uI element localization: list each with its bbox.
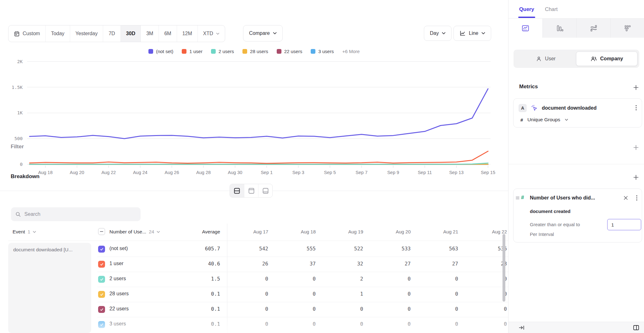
check-icon [100, 308, 104, 312]
charttype-tab-flow[interactable] [576, 19, 610, 38]
charttype-tab-more[interactable] [610, 19, 644, 38]
search-input[interactable] [25, 211, 136, 217]
average-column-header: Average [176, 229, 220, 235]
metrics-section-title: Metrics [519, 84, 538, 90]
range-label: XTD [203, 31, 213, 36]
times-input[interactable] [607, 219, 641, 230]
series-label: 28 users [109, 291, 129, 297]
series-checkbox[interactable] [98, 291, 105, 298]
check-icon [100, 323, 104, 327]
chart-type-dropdown[interactable]: Line [453, 26, 491, 41]
svg-text:Aug 22: Aug 22 [101, 170, 116, 175]
plus-icon [633, 175, 639, 180]
legend-item-0[interactable]: (not set) [148, 49, 173, 54]
data-value: 0 [463, 306, 507, 312]
data-value: 37 [272, 261, 316, 267]
collapse-sidebar-icon[interactable] [519, 325, 525, 331]
analytics-dashboard: CustomTodayYesterday7D30D3M6M12MXTD Comp… [0, 0, 644, 333]
metric-card[interactable]: A document downloaded # Unique Groups [513, 98, 642, 128]
table-row: 3 users0.1000000 [0, 317, 508, 332]
average-value: 40.6 [176, 261, 220, 267]
flow-chart-tab-icon [590, 24, 598, 32]
range-custom[interactable]: Custom [8, 25, 45, 42]
chart-legend: (not set)1 user2 users28 users22 users3 … [0, 47, 508, 55]
legend-item-1[interactable]: 1 user [182, 49, 203, 54]
series-checkbox[interactable] [98, 321, 105, 328]
table-row: 22 users0.1000000 [0, 302, 508, 317]
range-label: 7D [108, 31, 115, 36]
range-today[interactable]: Today [45, 25, 70, 42]
range-yesterday[interactable]: Yesterday [70, 25, 103, 42]
data-value: 2 [319, 276, 363, 282]
user-icon [536, 56, 542, 62]
breakdown-event: document created [530, 209, 570, 214]
legend-label: 22 users [284, 49, 303, 54]
series-checkbox[interactable] [98, 261, 105, 268]
series-checkbox[interactable] [98, 306, 105, 313]
close-icon[interactable] [624, 196, 628, 200]
measure-dropdown[interactable]: # Unique Groups [520, 117, 568, 123]
data-value: 542 [224, 246, 268, 252]
series-label: (not set) [109, 246, 128, 251]
range-12m[interactable]: 12M [177, 25, 197, 42]
interval-dropdown[interactable]: Day [424, 26, 452, 41]
range-30d[interactable]: 30D [120, 25, 141, 42]
svg-text:Sep 7: Sep 7 [356, 170, 368, 175]
check-icon [100, 277, 104, 281]
series-label: 1 user [109, 261, 123, 266]
date-column-header: Aug 18 [272, 229, 316, 234]
compare-label: Compare [249, 30, 270, 36]
series-checkbox[interactable] [98, 276, 105, 283]
compare-button[interactable]: Compare [243, 25, 283, 41]
split-view-icon[interactable] [633, 324, 640, 331]
numeric-property-icon: # [521, 194, 524, 201]
tab-chart[interactable]: Chart [545, 6, 558, 12]
layout-split-button[interactable] [230, 184, 244, 197]
kebab-menu-icon[interactable] [636, 105, 637, 111]
breakdown-add-button[interactable] [632, 173, 640, 181]
legend-item-3[interactable]: 28 users [242, 49, 268, 54]
range-label: 6M [164, 31, 171, 36]
kebab-menu-icon[interactable] [636, 195, 637, 201]
data-value: 0 [463, 321, 507, 327]
data-value: 0 [319, 321, 363, 327]
legend-label: 28 users [250, 49, 268, 54]
charttype-tab-bar[interactable] [542, 19, 576, 38]
data-value: 0 [224, 321, 268, 327]
calendar-icon [14, 31, 20, 37]
charttype-tab-line[interactable] [508, 19, 542, 38]
split-rows-icon [234, 188, 240, 194]
legend-swatch [148, 49, 153, 54]
entity-toggle-company[interactable]: Company [576, 52, 637, 66]
svg-text:Sep 13: Sep 13 [449, 170, 464, 175]
series-checkbox[interactable] [98, 246, 105, 253]
filter-add-button[interactable] [632, 144, 640, 151]
layout-table-only-button[interactable] [258, 184, 272, 197]
group-column-dropdown[interactable]: Number of Use... 24 [109, 229, 160, 235]
table-vertical-scrollbar[interactable] [502, 234, 505, 302]
drag-handle-icon[interactable] [516, 196, 519, 199]
condition-label: Greater than or equal to [530, 222, 580, 227]
entity-user-label: User [545, 56, 556, 62]
range-7d[interactable]: 7D [103, 25, 120, 42]
tab-query[interactable]: Query [519, 6, 534, 12]
row-divider [97, 287, 508, 287]
breakdown-card[interactable]: # Number of Users who did... document cr… [513, 188, 642, 243]
select-all-checkbox[interactable] [98, 228, 105, 235]
legend-swatch [242, 49, 247, 54]
data-value: 32 [319, 261, 363, 267]
row-divider [97, 257, 508, 257]
legend-more[interactable]: +6 More [342, 49, 359, 54]
entity-toggle-user[interactable]: User [515, 52, 576, 66]
table-row: 1 user40.6263732272728 [0, 257, 508, 272]
layout-chart-only-button[interactable] [244, 184, 258, 197]
metrics-add-button[interactable] [632, 84, 640, 91]
legend-item-2[interactable]: 2 users [211, 49, 234, 54]
event-column-dropdown[interactable]: Event 1 [13, 229, 36, 235]
range-6m[interactable]: 6M [158, 25, 176, 42]
range-3m[interactable]: 3M [141, 25, 158, 42]
legend-item-5[interactable]: 3 users [311, 49, 334, 54]
table-row: 28 users0.1001000 [0, 287, 508, 302]
legend-item-4[interactable]: 22 users [277, 49, 303, 54]
range-xtd[interactable]: XTD [197, 25, 225, 42]
